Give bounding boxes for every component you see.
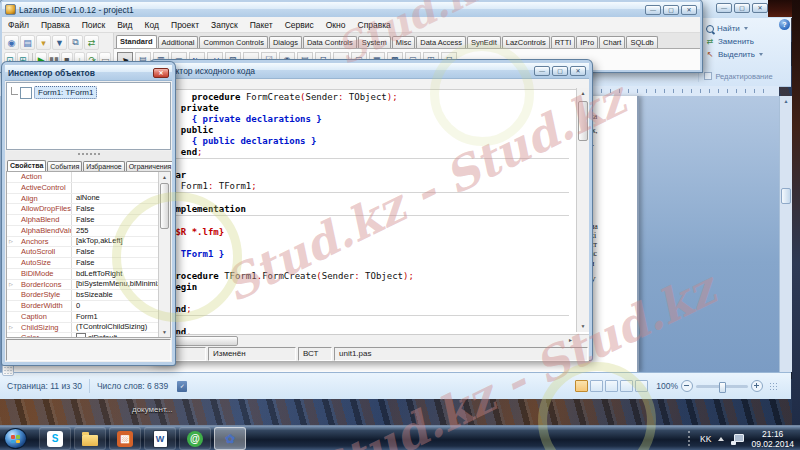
code-line[interactable]: begin <box>170 282 569 293</box>
property-row-AutoScroll[interactable]: AutoScrollFalse <box>7 247 159 258</box>
palette-tab-lazcontrols[interactable]: LazControls <box>502 36 550 48</box>
menu-item-Поиск[interactable]: Поиск <box>76 20 112 30</box>
scroll-right-icon[interactable] <box>565 335 576 345</box>
view-draft-button[interactable] <box>635 380 648 392</box>
inspector-titlebar[interactable]: Инспектор объектов ✕ <box>5 65 172 81</box>
palette-tab-data-controls[interactable]: Data Controls <box>303 36 357 48</box>
property-row-AlphaBlend[interactable]: AlphaBlendFalse <box>7 215 159 226</box>
inspector-tab-События[interactable]: События <box>47 161 82 171</box>
inspector-tab-Ограничения[interactable]: Ограничения <box>126 161 172 171</box>
code-line[interactable]: {$R *.lfm} <box>170 227 569 238</box>
code-line[interactable] <box>170 216 569 227</box>
close-button[interactable]: ✕ <box>570 66 586 76</box>
inspector-tab-Избранное[interactable]: Избранное <box>83 161 124 171</box>
palette-tab-sqldb[interactable]: SQLdb <box>626 36 657 48</box>
menu-item-Окно[interactable]: Окно <box>320 20 352 30</box>
view-web-layout-button[interactable] <box>605 380 618 392</box>
zoom-in-button[interactable] <box>751 380 763 392</box>
menu-item-Проект[interactable]: Проект <box>165 20 205 30</box>
build-mode-button[interactable]: ⇄ <box>84 35 99 50</box>
menu-item-Сервис[interactable]: Сервис <box>279 20 320 30</box>
tree-item-form1[interactable]: Form1: TForm1 <box>11 86 97 99</box>
network-icon[interactable] <box>731 433 744 445</box>
property-row-Anchors[interactable]: ▷Anchors[akTop,akLeft] <box>7 237 159 248</box>
code-line[interactable]: { TForm1 } <box>170 249 569 260</box>
expand-icon[interactable]: ▷ <box>9 281 13 287</box>
menu-item-Файл[interactable]: Файл <box>2 20 35 30</box>
palette-tab-synedit[interactable]: SynEdit <box>467 36 501 48</box>
property-row-Color[interactable]: ColorclDefault <box>7 333 159 338</box>
code-line[interactable]: implementation <box>170 204 569 216</box>
property-row-Action[interactable]: Action <box>7 172 159 183</box>
scroll-down-icon[interactable] <box>577 321 589 332</box>
skype-taskbar-button[interactable]: S <box>39 427 71 450</box>
scroll-thumb[interactable] <box>160 183 169 229</box>
maximize-button[interactable]: ▢ <box>734 3 750 13</box>
code-line[interactable]: procedure FormCreate(Sender: TObject); <box>170 92 569 103</box>
code-line[interactable]: { private declarations } <box>170 114 569 125</box>
save-all-button[interactable]: ⧉ <box>68 35 83 50</box>
powerpoint-taskbar-button[interactable]: ▨ <box>109 427 141 450</box>
property-row-AllowDropFiles[interactable]: AllowDropFilesFalse <box>7 204 159 215</box>
code-line[interactable] <box>170 238 569 249</box>
close-button[interactable]: ✕ <box>752 3 768 13</box>
help-icon[interactable]: ? <box>779 19 790 30</box>
save-button[interactable]: ▼ <box>52 35 67 50</box>
code-line[interactable]: end. <box>170 327 569 334</box>
zoom-out-button[interactable] <box>681 380 693 392</box>
splitter[interactable] <box>5 151 172 156</box>
maximize-button[interactable]: ▢ <box>663 5 679 15</box>
maximize-button[interactable]: ▢ <box>552 66 568 76</box>
menu-item-Вид[interactable]: Вид <box>111 20 138 30</box>
property-row-AlphaBlendValu[interactable]: AlphaBlendValu255 <box>7 226 159 237</box>
minimize-button[interactable]: — <box>534 66 550 76</box>
palette-tab-chart[interactable]: Chart <box>599 36 625 48</box>
inspector-tab-Свойства[interactable]: Свойства <box>7 160 46 171</box>
property-row-BorderStyle[interactable]: BorderStylebsSizeable <box>7 290 159 301</box>
page-indicator[interactable]: Страница: 11 из 30 <box>0 381 89 391</box>
word-taskbar-button[interactable]: W <box>144 427 176 450</box>
minimize-button[interactable]: — <box>645 5 661 15</box>
palette-tab-common-controls[interactable]: Common Controls <box>199 36 267 48</box>
expand-icon[interactable]: ▷ <box>9 324 13 330</box>
new-unit-button[interactable]: ◉ <box>4 35 19 50</box>
property-row-Align[interactable]: AlignalNone <box>7 194 159 205</box>
scroll-thumb[interactable] <box>781 188 791 204</box>
replace-button[interactable]: Заменить <box>699 35 789 48</box>
resize-grip[interactable] <box>769 382 777 390</box>
lazarus-taskbar-button[interactable]: ✿ <box>214 427 246 450</box>
view-fullscreen-reading-button[interactable] <box>590 380 603 392</box>
new-form-button[interactable]: ▤ <box>20 35 35 50</box>
code-line[interactable]: procedure TForm1.FormCreate(Sender: TObj… <box>170 271 569 282</box>
menu-item-Справка[interactable]: Справка <box>352 20 397 30</box>
menu-item-Правка[interactable]: Правка <box>35 20 76 30</box>
scroll-up-icon[interactable] <box>780 96 792 106</box>
property-row-ChildSizing[interactable]: ▷ChildSizing(TControlChildSizing) <box>7 323 159 334</box>
code-line[interactable]: Form1: TForm1; <box>170 181 569 193</box>
code-line[interactable] <box>170 159 569 170</box>
menu-item-Пакет[interactable]: Пакет <box>244 20 279 30</box>
code-line[interactable] <box>170 316 569 327</box>
palette-tab-ipro[interactable]: IPro <box>576 36 598 48</box>
spellcheck-icon[interactable] <box>177 381 187 392</box>
code-area[interactable]: procedure FormCreate(Sender: TObject); p… <box>153 90 589 334</box>
palette-tab-standard[interactable]: Standard <box>116 35 157 48</box>
code-line[interactable] <box>170 260 569 271</box>
minimize-button[interactable]: — <box>716 3 732 13</box>
scroll-thumb[interactable] <box>578 101 588 141</box>
editor-titlebar[interactable]: Редактор исходного кода —▢✕ <box>153 63 589 79</box>
palette-tab-system[interactable]: System <box>358 36 391 48</box>
property-row-Caption[interactable]: CaptionForm1 <box>7 312 159 323</box>
show-hidden-icons-button[interactable] <box>718 437 724 441</box>
property-row-BorderIcons[interactable]: ▷BorderIcons[biSystemMenu,biMinimize,b <box>7 280 159 291</box>
palette-tab-additional[interactable]: Additional <box>158 36 199 48</box>
property-row-ActiveControl[interactable]: ActiveControl <box>7 183 159 194</box>
palette-tab-misc[interactable]: Misc <box>392 36 415 48</box>
close-button[interactable]: ✕ <box>681 5 697 15</box>
code-line[interactable] <box>170 193 569 204</box>
code-line[interactable]: end; <box>170 147 569 159</box>
explorer-taskbar-button[interactable] <box>74 427 106 450</box>
scroll-down-icon[interactable] <box>159 327 170 337</box>
editor-horizontal-scrollbar[interactable] <box>153 334 589 346</box>
lazarus-titlebar[interactable]: Lazarus IDE v1.0.12 - project1 —▢✕ <box>2 2 700 17</box>
